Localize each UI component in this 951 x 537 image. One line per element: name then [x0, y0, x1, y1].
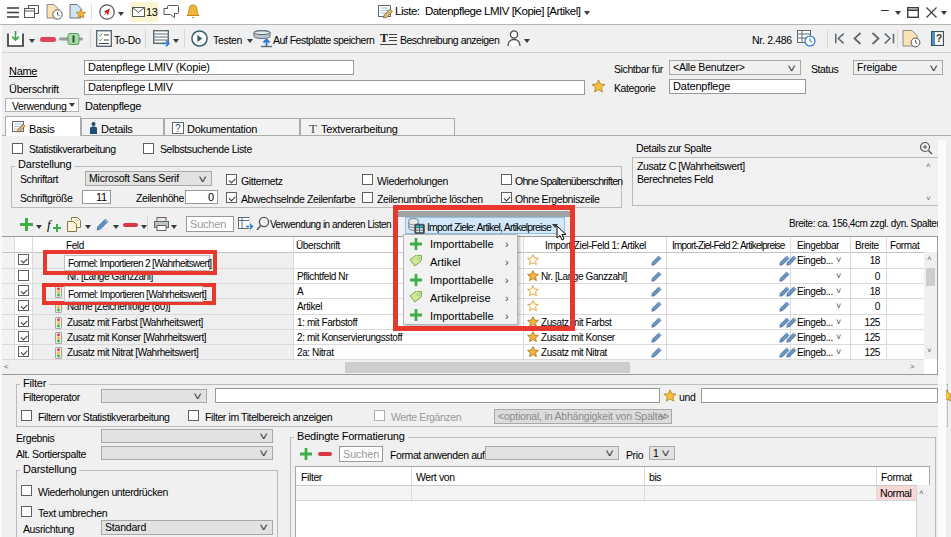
svg-text:T: T: [380, 31, 388, 45]
svg-text:?: ?: [175, 123, 181, 134]
svg-text:T: T: [309, 122, 317, 134]
svg-text:?: ?: [936, 33, 942, 44]
